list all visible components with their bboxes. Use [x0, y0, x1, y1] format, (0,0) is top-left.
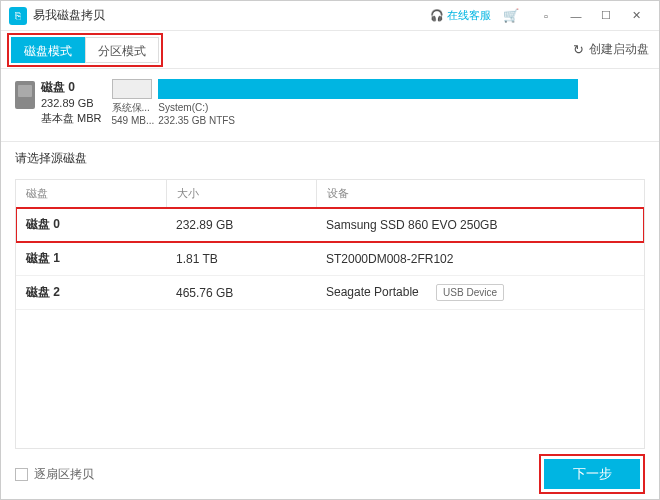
app-icon: ⎘ — [9, 7, 27, 25]
col-device[interactable]: 设备 — [316, 180, 644, 208]
minimize-button[interactable]: — — [561, 6, 591, 26]
disk-table: 磁盘 大小 设备 磁盘 0 232.89 GB Samsung SSD 860 … — [15, 179, 645, 449]
create-boot-disk-label: 创建启动盘 — [589, 41, 649, 58]
table-row[interactable]: 磁盘 1 1.81 TB ST2000DM008-2FR102 — [16, 242, 644, 276]
app-window: ⎘ 易我磁盘拷贝 🎧 在线客服 🛒 ▫ — ☐ ✕ 磁盘模式 分区模式 ↻ — [0, 0, 660, 500]
headset-icon: 🎧 — [430, 9, 444, 22]
sector-copy-label: 逐扇区拷贝 — [34, 466, 94, 483]
col-disk[interactable]: 磁盘 — [16, 180, 166, 208]
create-boot-disk-button[interactable]: ↻ 创建启动盘 — [573, 41, 649, 58]
tab-partition-mode[interactable]: 分区模式 — [85, 37, 159, 63]
footer: 逐扇区拷贝 下一步 — [1, 449, 659, 499]
next-button[interactable]: 下一步 — [544, 459, 640, 489]
hdd-icon — [15, 81, 35, 109]
window-settings-icon[interactable]: ▫ — [531, 6, 561, 26]
partition-system[interactable]: System(C:) 232.35 GB NTFS — [158, 79, 645, 127]
disk-size: 232.89 GB — [41, 96, 102, 111]
checkbox-icon — [15, 468, 28, 481]
usb-badge: USB Device — [436, 284, 504, 301]
disk-name: 磁盘 0 — [41, 79, 102, 96]
highlight-next: 下一步 — [539, 454, 645, 494]
tab-disk-mode[interactable]: 磁盘模式 — [11, 37, 85, 63]
disk-summary-panel: 磁盘 0 232.89 GB 基本盘 MBR 系统保... 549 MB... … — [1, 69, 659, 142]
col-size[interactable]: 大小 — [166, 180, 316, 208]
highlight-disk-mode: 磁盘模式 分区模式 — [7, 33, 163, 67]
sector-copy-checkbox[interactable]: 逐扇区拷贝 — [15, 466, 94, 483]
refresh-icon: ↻ — [573, 42, 584, 57]
close-button[interactable]: ✕ — [621, 6, 651, 26]
toolbar: 磁盘模式 分区模式 ↻ 创建启动盘 — [1, 31, 659, 69]
maximize-button[interactable]: ☐ — [591, 6, 621, 26]
cart-icon[interactable]: 🛒 — [503, 8, 519, 23]
partition-reserved[interactable]: 系统保... 549 MB... — [112, 79, 155, 127]
table-row[interactable]: 磁盘 2 465.76 GB Seagate Portable USB Devi… — [16, 276, 644, 310]
prompt-text: 请选择源磁盘 — [1, 142, 659, 175]
titlebar: ⎘ 易我磁盘拷贝 🎧 在线客服 🛒 ▫ — ☐ ✕ — [1, 1, 659, 31]
table-row[interactable]: 磁盘 0 232.89 GB Samsung SSD 860 EVO 250GB — [16, 208, 644, 242]
app-title: 易我磁盘拷贝 — [33, 7, 105, 24]
online-support-link[interactable]: 🎧 在线客服 — [430, 8, 491, 23]
disk-type: 基本盘 MBR — [41, 111, 102, 126]
online-support-label: 在线客服 — [447, 8, 491, 23]
